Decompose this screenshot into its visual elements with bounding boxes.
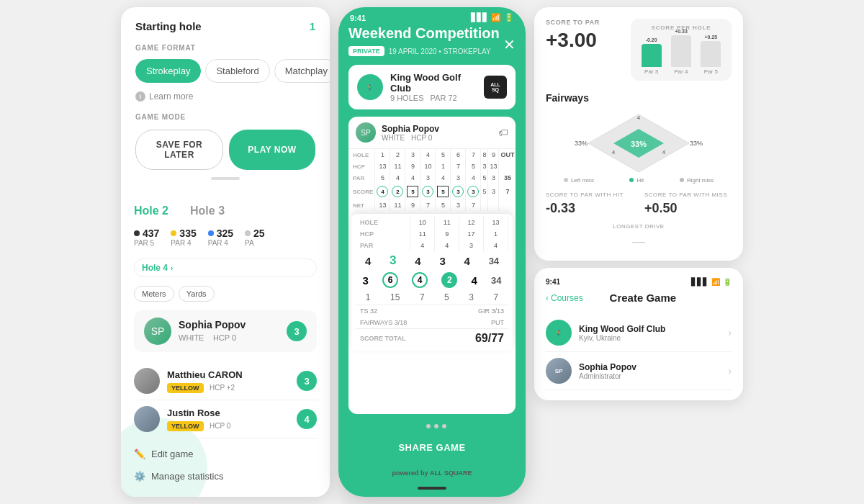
back-button[interactable]: ‹ Courses (546, 293, 583, 303)
manage-statistics-row[interactable]: ⚙️ Manage statistics (134, 465, 317, 487)
player1-score: 3 (297, 371, 317, 391)
learn-more-row: i Learn more (135, 91, 315, 102)
strokeplay-button[interactable]: Strokeplay (135, 59, 201, 83)
main-player-avatar: SP (144, 318, 171, 345)
gear-icon: ⚙️ (134, 471, 145, 482)
hole-4-button[interactable]: Hole 4 › (134, 258, 317, 277)
scorecard-tag-icon: 🏷 (498, 127, 508, 138)
scorecard-player-row: SP Sophia Popov WHITE HCP 0 🏷 (348, 117, 516, 149)
distance-yellow-value: 335 (171, 228, 196, 239)
edit-game-row[interactable]: ✏️ Edit game (134, 438, 317, 465)
p2-status-icons: ▋▋▋ 📶 🔋 (691, 278, 732, 286)
private-badge: PRIVATE (348, 46, 384, 56)
starting-hole-title: Starting hole (135, 20, 202, 32)
course-list-logo-2: SP (546, 358, 572, 384)
hole-3-tab[interactable]: Hole 3 (190, 204, 225, 217)
allsquare-logo: ALLSQ (484, 76, 507, 99)
par5-bar-group: +0.25 Par 5 (701, 35, 721, 75)
stableford-button[interactable]: Stableford (205, 59, 269, 83)
scorecard-player-info: Sophia Popov WHITE HCP 0 (382, 124, 439, 142)
player2-avatar (134, 406, 160, 432)
dot-3 (434, 424, 438, 428)
phone-content: Weekend Competition PRIVATE 19 APRIL 202… (338, 25, 526, 482)
par5-value: +0.25 (704, 35, 717, 40)
fairways-section: Fairways 33% 33% 33% 4 4 4 (546, 92, 732, 183)
learn-more-text: Learn more (149, 91, 193, 102)
game-setup-panel: Starting hole 1 GAME FORMAT Strokeplay S… (121, 7, 330, 497)
hole-tabs: Hole 2 Hole 3 (134, 204, 317, 217)
status-bar: 9:41 ▋▋▋ 📶 🔋 (338, 7, 526, 25)
svg-text:4: 4 (612, 149, 616, 156)
hcp-row: HCP 1311910175313 (348, 161, 516, 172)
competition-date: 19 APRIL 2020 • STROKEPLAY (389, 48, 491, 55)
player-list-item-2: Justin Rose YELLOW HCP 0 4 (134, 400, 317, 438)
main-player-info: Sophia Popov WHITE HCP 0 (179, 319, 246, 343)
player1-info: Matthieu CARON YELLOW HCP +2 (167, 369, 243, 393)
gir-value: GIR 3/13 (478, 307, 504, 315)
distance-blue: 325 PAR 4 (208, 228, 233, 247)
manage-statistics-text: Manage statistics (151, 471, 223, 482)
holes-header-row: HOLE 123456789OUT (348, 149, 516, 161)
wifi-icon: 📶 (491, 13, 501, 22)
score-4: 4 (377, 186, 388, 197)
distance-yellow: 335 PAR 4 (171, 228, 196, 247)
course-list-name-1: King Wood Golf Club (579, 324, 721, 334)
hit-legend: Hit (629, 177, 644, 184)
course-list-item-2[interactable]: SP Sophia Popov Administrator › (546, 352, 732, 390)
score-with-hit: SCORE TO PAR WITH HIT -0.33 (546, 192, 633, 216)
info-icon: i (135, 91, 145, 102)
starting-hole-header: Starting hole 1 (135, 20, 315, 32)
meters-button[interactable]: Meters (134, 286, 174, 302)
starting-hole-number: 1 (310, 20, 315, 32)
play-now-button[interactable]: PLAY NOW (229, 130, 315, 170)
distance-row: 437 PAR 5 335 PAR 4 325 PAR 4 (134, 228, 317, 247)
share-game-button[interactable]: SHARE GAME (348, 433, 516, 462)
p2-nav: ‹ Courses Create Game (546, 292, 732, 304)
score-bars: -0.20 Par 3 +0.33 Par 4 +0.25 Par (638, 35, 724, 75)
format-buttons: Strokeplay Stableford Matchplay (135, 59, 315, 83)
svg-text:4: 4 (662, 149, 666, 156)
score-5: 5 (407, 186, 418, 197)
fairways-svg: 33% 33% 33% 4 4 4 (567, 111, 711, 176)
game-format-label: GAME FORMAT (135, 44, 315, 52)
back-label: Courses (551, 293, 583, 303)
course-info: King Wood Golf Club 9 HOLES PAR 72 (390, 72, 477, 102)
blue-dot (208, 230, 214, 236)
par4-label: Par 4 (674, 68, 688, 75)
hole-2-tab[interactable]: Hole 2 (134, 204, 168, 217)
par3-label: Par 3 (644, 68, 658, 75)
signal-icon: ▋▋▋ (471, 13, 488, 22)
unit-buttons: Meters Yards (134, 286, 317, 302)
matchplay-button[interactable]: Matchplay (274, 59, 330, 83)
svg-text:33%: 33% (575, 140, 588, 147)
yards-button[interactable]: Yards (179, 286, 215, 302)
par4-bar (671, 35, 691, 67)
competition-header: Weekend Competition PRIVATE 19 APRIL 202… (348, 25, 516, 56)
black-dot (134, 230, 140, 236)
yellow-dot (171, 230, 176, 236)
p2-wifi-icon: 📶 (711, 278, 720, 286)
edit-icon: ✏️ (134, 449, 145, 459)
course-list-item-1[interactable]: 🏌️ King Wood Golf Club Kyiv, Ukraine › (546, 314, 732, 352)
save-for-later-button[interactable]: SAVE FOR LATER (135, 130, 223, 170)
score-3: 3 (422, 186, 433, 197)
fairways-value: FAIRWAYS 3/18 (360, 319, 407, 326)
scorecard-table: HOLE 123456789OUT HCP 1311910175313 PAR … (348, 149, 516, 211)
chevron-icon-1: › (728, 327, 732, 338)
svg-text:4: 4 (637, 114, 641, 121)
time-display: 9:41 (350, 14, 366, 22)
page-title: Create Game (610, 292, 677, 304)
course-list-logo-1: 🏌️ (546, 320, 572, 346)
scorecard: SP Sophia Popov WHITE HCP 0 🏷 HOLE 12345… (348, 117, 516, 414)
distance-black-value: 437 (134, 228, 159, 239)
score-total-label: SCORE TOTAL (360, 335, 406, 342)
dot-1 (418, 424, 423, 428)
p2-status-bar: 9:41 ▋▋▋ 📶 🔋 (546, 278, 732, 286)
course-name: King Wood Golf Club (390, 72, 477, 94)
svg-text:33%: 33% (631, 140, 647, 148)
score-with-hit-label: SCORE TO PAR WITH HIT (546, 192, 633, 198)
score-3c: 3 (467, 186, 479, 197)
main-player-card: SP Sophia Popov WHITE HCP 0 3 (134, 310, 317, 352)
close-button[interactable]: ✕ (503, 36, 516, 53)
right-miss-legend: Right miss (680, 177, 714, 184)
